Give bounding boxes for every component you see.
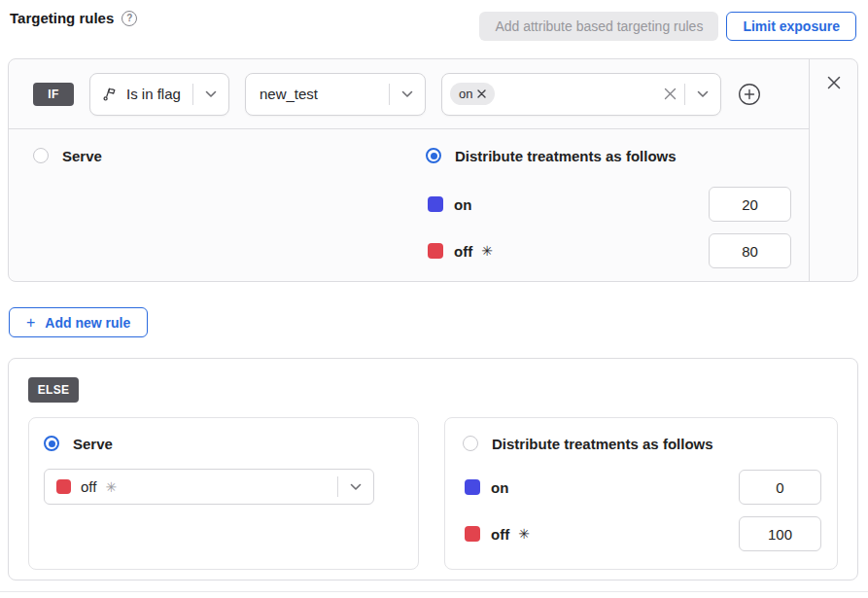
distribute-option: Distribute treatments as follows on off … <box>426 146 791 281</box>
distribute-radio[interactable] <box>426 148 441 163</box>
else-distribute-radio[interactable] <box>463 436 478 451</box>
treatment-multiselect[interactable]: on <box>441 73 721 116</box>
flag-select-value: new_test <box>260 86 318 102</box>
distribute-label: Distribute treatments as follows <box>455 148 677 164</box>
treatment-row-off: off ✳ <box>465 516 821 551</box>
add-new-rule-label: Add new rule <box>45 315 130 331</box>
else-serve-radio[interactable] <box>44 436 59 451</box>
else-rule-card: ELSE Serve off ✳ Distr <box>8 358 858 580</box>
treatment-color-swatch <box>465 526 480 542</box>
treatment-color-swatch <box>465 479 480 495</box>
serve-radio[interactable] <box>33 148 49 163</box>
treatment-row-off: off ✳ <box>428 233 791 268</box>
treatment-percentage-input[interactable] <box>739 516 821 551</box>
treatment-color-swatch <box>428 196 443 212</box>
treatment-name: off <box>491 526 509 543</box>
if-badge: IF <box>33 83 74 106</box>
title-group: Targeting rules ? <box>10 10 137 26</box>
else-distribute-label: Distribute treatments as follows <box>492 436 713 452</box>
page-header: Targeting rules ? Add attribute based ta… <box>0 0 868 53</box>
rule-condition-row: IF Is in flag new_ <box>9 59 809 129</box>
rule-side-column <box>809 59 857 281</box>
else-badge: ELSE <box>28 377 79 403</box>
flag-icon <box>102 86 119 102</box>
else-distribute-card: Distribute treatments as follows on off … <box>444 417 838 570</box>
rule-body: Serve Distribute treatments as follows o… <box>9 129 809 281</box>
plus-icon: + <box>26 315 35 331</box>
treatment-percentage-input[interactable] <box>709 233 791 268</box>
treatment-percentage-input[interactable] <box>709 187 791 222</box>
else-serve-card: Serve off ✳ <box>28 417 419 570</box>
bottom-divider <box>0 591 868 592</box>
targeting-rule-card: IF Is in flag new_ <box>8 58 858 282</box>
chevron-down-icon[interactable] <box>338 470 373 504</box>
treatment-name: off <box>454 243 472 260</box>
add-condition-icon[interactable] <box>737 82 762 107</box>
chevron-down-icon[interactable] <box>193 74 228 115</box>
treatment-chip: on <box>450 83 495 105</box>
delete-rule-icon[interactable] <box>822 76 846 99</box>
header-buttons: Add attribute based targeting rules Limi… <box>479 12 856 41</box>
matcher-select-value: Is in flag <box>126 86 181 102</box>
treatment-name: on <box>454 196 471 213</box>
matcher-select[interactable]: Is in flag <box>89 73 229 116</box>
treatment-row-on: on <box>428 187 791 222</box>
clear-selection-icon[interactable] <box>655 74 684 115</box>
treatment-chip-label: on <box>459 87 472 101</box>
selected-treatment: off <box>81 478 96 495</box>
limit-exposure-button[interactable]: Limit exposure <box>726 12 856 41</box>
chip-remove-icon[interactable] <box>477 89 486 98</box>
default-treatment-icon: ✳ <box>105 479 117 495</box>
rule-main: IF Is in flag new_ <box>9 59 809 281</box>
chevron-down-icon[interactable] <box>685 74 720 115</box>
help-icon[interactable]: ? <box>122 11 137 26</box>
default-treatment-icon: ✳ <box>518 526 530 542</box>
treatment-color-swatch <box>56 479 71 494</box>
else-serve-treatment-select[interactable]: off ✳ <box>44 469 374 505</box>
serve-option: Serve <box>33 146 426 281</box>
page-title: Targeting rules <box>10 10 114 26</box>
add-new-rule-button[interactable]: + Add new rule <box>9 307 148 337</box>
flag-select[interactable]: new_test <box>245 73 426 116</box>
treatment-row-on: on <box>465 470 821 505</box>
treatment-name: on <box>491 479 508 496</box>
default-treatment-icon: ✳ <box>481 243 493 259</box>
else-options: Serve off ✳ Distribute treatments as fol… <box>28 417 838 570</box>
else-serve-label: Serve <box>73 436 113 452</box>
add-attribute-rules-button[interactable]: Add attribute based targeting rules <box>479 12 718 41</box>
serve-label: Serve <box>62 148 102 164</box>
treatment-color-swatch <box>428 243 443 259</box>
treatment-percentage-input[interactable] <box>739 470 821 505</box>
chevron-down-icon[interactable] <box>390 74 425 115</box>
